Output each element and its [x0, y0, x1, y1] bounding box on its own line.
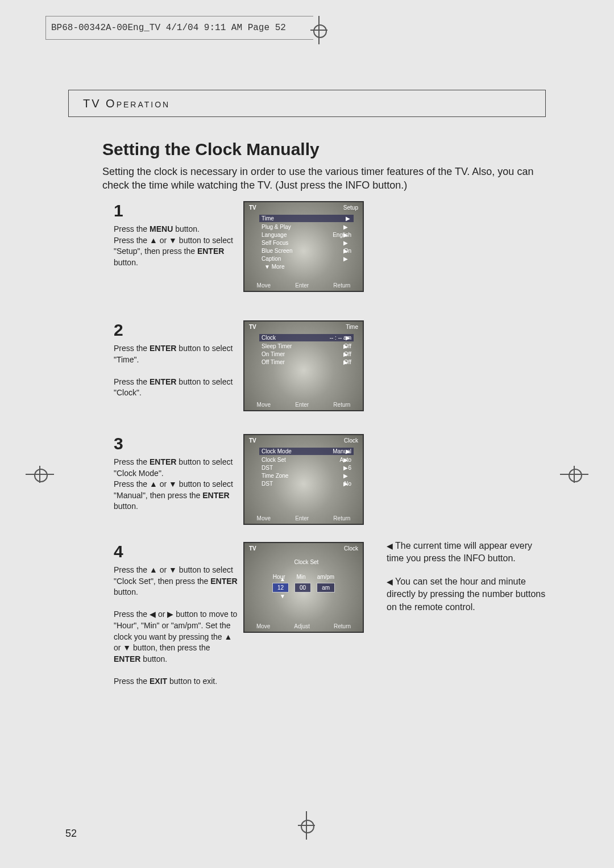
step-3: 3 Press the ENTER button to select "Cloc…: [114, 432, 239, 512]
osd-setup: TV Setup Time▶ Plug & Play▶ LanguageEngl…: [243, 201, 364, 292]
osd-clock: TV Clock Clock ModeManual▶ Clock SetAuto…: [243, 434, 364, 525]
section-header: TV Operation: [68, 90, 546, 117]
step-2: 2 Press the ENTER button to select "Time…: [114, 318, 239, 399]
step-text: Press the MENU button. Press the ▲ or ▼ …: [114, 224, 233, 267]
step-text: Press the ▲ or ▼ button to select "Clock…: [114, 565, 238, 686]
crop-mark-top: [310, 16, 327, 44]
page-number: 52: [65, 828, 77, 840]
osd-time: TV Time Clock-- : -- am▶ Sleep TimerOff▶…: [243, 320, 364, 411]
step-number: 4: [114, 540, 239, 564]
step-number: 2: [114, 318, 239, 342]
osd-label: TV: [249, 205, 256, 211]
step-4: 4 Press the ▲ or ▼ button to select "Clo…: [114, 540, 239, 687]
step-number: 1: [114, 199, 239, 223]
osd-title: Time: [346, 324, 358, 330]
step-number: 3: [114, 432, 239, 456]
step-text: Press the ENTER button to select "Time".…: [114, 344, 233, 397]
page-title: Setting the Clock Manually: [102, 140, 320, 159]
side-notes: ◀The current time will appear every time…: [387, 540, 546, 624]
step-1: 1 Press the MENU button. Press the ▲ or …: [114, 199, 239, 268]
crop-mark-right: [560, 466, 588, 483]
osd-title: Clock: [344, 545, 358, 552]
osd-title: Clock: [344, 437, 358, 444]
osd-clock-set: TV Clock Clock Set Hour Min am/pm ▲ 12 0…: [243, 542, 364, 633]
page: BP68-00342A-00Eng_TV 4/1/04 9:11 AM Page…: [0, 0, 614, 868]
crop-mark-bottom: [298, 811, 315, 840]
prepress-header: BP68-00342A-00Eng_TV 4/1/04 9:11 AM Page…: [51, 23, 286, 33]
osd-label: TV: [249, 437, 256, 444]
osd-label: TV: [249, 324, 256, 330]
note-arrow-icon: ◀: [387, 577, 393, 586]
step-text: Press the ENTER button to select "Clock …: [114, 457, 233, 511]
osd-title: Setup: [343, 205, 358, 211]
note-arrow-icon: ◀: [387, 541, 393, 550]
osd-label: TV: [249, 545, 256, 552]
intro-text: Setting the clock is necessary in order …: [102, 165, 546, 193]
section-header-text: TV Operation: [83, 97, 170, 110]
crop-mark-left: [26, 466, 54, 483]
